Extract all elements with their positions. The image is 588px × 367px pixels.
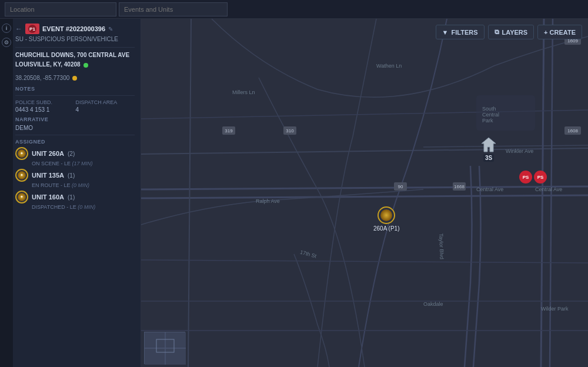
unit-count-135a: (1)	[68, 172, 75, 179]
coordinates: 38.20508, -85.77300	[15, 75, 69, 81]
unit-map-inner-260a	[380, 209, 392, 221]
mini-map-thumbnail[interactable]	[144, 332, 185, 364]
sidebar: ← P1 EVENT #2022000396 ✎ SU - SUSPICIOUS…	[0, 19, 141, 367]
unit-count-160a: (1)	[68, 194, 75, 201]
create-button[interactable]: + CREATE	[537, 25, 582, 39]
coords-row: 38.20508, -85.77300	[15, 75, 135, 81]
svg-marker-25	[482, 138, 496, 152]
unit-status-135a: EN ROUTE - LE (0 MIN)	[32, 182, 135, 188]
unit-icon-inner-260a: ✦	[18, 149, 26, 158]
police-subd-label: POLICE SUBD.	[15, 99, 75, 105]
unit-header-160a[interactable]: ✦ UNIT 160A (1)	[15, 191, 135, 203]
unit-star-260a: ✦	[20, 151, 24, 156]
police-info-grid: POLICE SUBD. 0443 4 153 1 DISPATCH AREA …	[15, 99, 135, 113]
accuracy-dot	[72, 76, 77, 81]
unit-header-135a[interactable]: ✦ UNIT 135A (1)	[15, 169, 135, 182]
divider-2	[15, 95, 135, 96]
location-input[interactable]	[5, 2, 116, 16]
layers-icon: ⧉	[495, 28, 499, 36]
event-header: ← P1 EVENT #2022000396 ✎	[15, 24, 135, 34]
layers-label: LAYERS	[502, 29, 528, 36]
police-subd-section: POLICE SUBD. 0443 4 153 1	[15, 99, 75, 113]
unit-name-160a: UNIT 160A	[32, 193, 64, 201]
side-icons-panel: i ⊙	[0, 19, 13, 367]
info-icon[interactable]: i	[2, 24, 11, 33]
unit-item-260a: ✦ UNIT 260A (2) ON SCENE - LE (17 MIN)	[15, 147, 135, 166]
unit-status-260a: ON SCENE - LE (17 MIN)	[32, 161, 135, 166]
unit-status-160a: DISPATCHED - LE (0 MIN)	[32, 204, 135, 210]
filters-button[interactable]: ▼ FILTERS	[436, 25, 485, 39]
svg-text:1668: 1668	[454, 184, 465, 189]
svg-text:310: 310	[286, 128, 294, 134]
unit-name-260a: UNIT 260A	[32, 150, 64, 157]
layers-button[interactable]: ⧉ LAYERS	[488, 25, 534, 39]
unit-star-160a: ✦	[20, 195, 24, 199]
filter-icon: ▼	[442, 29, 449, 36]
edit-icon[interactable]: ✎	[108, 26, 113, 32]
house-icon	[480, 136, 497, 153]
ps-markers-cluster: PS PS	[519, 171, 547, 184]
notes-label: NOTES	[15, 86, 135, 92]
filters-label: FILTERS	[451, 29, 477, 36]
event-number: EVENT #2022000396	[42, 25, 105, 32]
unit-map-icon-260a	[377, 206, 395, 224]
priority-level: P1	[28, 25, 36, 33]
unit-star-135a: ✦	[20, 173, 24, 178]
svg-text:90: 90	[398, 184, 403, 189]
house-label: 3S	[483, 154, 494, 162]
narrative-label: NARRATIVE	[15, 116, 135, 122]
location-line1: CHURCHILL DOWNS, 700 CENTRAL AVE	[15, 51, 135, 59]
unit-map-label-260a: 260A (P1)	[373, 225, 399, 232]
divider-3	[15, 135, 135, 135]
create-label: + CREATE	[544, 29, 576, 36]
dispatch-area-label: DISPATCH AREA	[76, 99, 135, 105]
unit-icon-160a: ✦	[15, 191, 28, 203]
divider-1	[15, 47, 135, 48]
location-line2-row: LOUISVILLE, KY, 40208	[15, 61, 135, 70]
unit-item-135a: ✦ UNIT 135A (1) EN ROUTE - LE (0 MIN)	[15, 169, 135, 188]
unit-header-260a[interactable]: ✦ UNIT 260A (2)	[15, 147, 135, 160]
svg-text:319: 319	[225, 128, 233, 134]
narrative-value: DEMO	[15, 125, 135, 131]
svg-rect-0	[141, 19, 588, 367]
unit-icon-inner-135a: ✦	[18, 171, 26, 179]
ps-badge-1: PS	[519, 171, 532, 184]
police-subd-value: 0443 4 153 1	[15, 106, 75, 113]
map-controls: ▼ FILTERS ⧉ LAYERS + CREATE	[436, 25, 582, 39]
svg-text:1608: 1608	[567, 128, 578, 134]
svg-rect-12	[476, 95, 535, 131]
assigned-label: ASSIGNED	[15, 139, 135, 145]
map-area[interactable]: 319 310 90 1668 1609 1608 Wathen Ln Mill…	[141, 19, 588, 367]
top-bar	[0, 0, 588, 19]
location-icon[interactable]: ⊙	[2, 38, 11, 47]
gps-status-dot	[83, 63, 88, 68]
event-type: SU - SUSPICIOUS PERSON/VEHICLE	[15, 36, 135, 42]
ps-badge-2: PS	[534, 171, 547, 184]
unit-icon-260a: ✦	[15, 147, 28, 160]
back-arrow[interactable]: ←	[15, 25, 22, 33]
house-marker: 3S	[480, 136, 497, 162]
unit-item-160a: ✦ UNIT 160A (1) DISPATCHED - LE (0 MIN)	[15, 191, 135, 210]
dispatch-area-section: DISPATCH AREA 4	[76, 99, 135, 113]
sidebar-content: ← P1 EVENT #2022000396 ✎ SU - SUSPICIOUS…	[0, 19, 141, 217]
unit-count-260a: (2)	[68, 151, 75, 157]
events-units-input[interactable]	[119, 2, 228, 16]
dispatch-area-value: 4	[76, 106, 135, 113]
map-streets-svg: 319 310 90 1668 1609 1608	[141, 19, 588, 367]
unit-icon-135a: ✦	[15, 169, 28, 182]
unit-name-135a: UNIT 135A	[32, 172, 64, 179]
unit-260a-map-marker[interactable]: 260A (P1)	[373, 206, 399, 232]
unit-icon-inner-160a: ✦	[18, 193, 26, 201]
location-line2: LOUISVILLE, KY, 40208	[15, 61, 81, 69]
event-priority-badge: P1	[25, 24, 39, 34]
